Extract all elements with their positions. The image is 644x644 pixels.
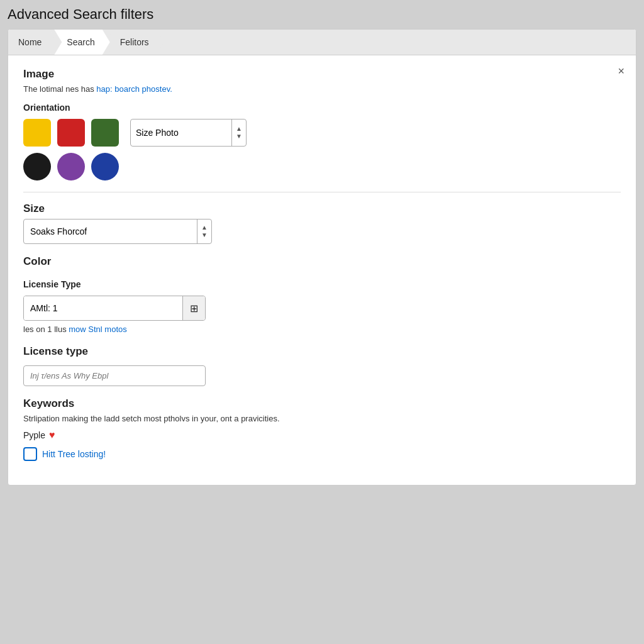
license-info-text: les on 1 llus mow Stnl motos (23, 325, 621, 334)
size-arrows[interactable]: ▲▼ (197, 219, 211, 243)
image-title: Image (23, 68, 621, 80)
breadcrumb-item-search[interactable]: Search (54, 30, 109, 55)
size-select[interactable]: Soaks Fhorcof Option 1 Option 2 (24, 219, 197, 243)
color-purple[interactable] (57, 153, 85, 180)
keywords-title: Keywords (23, 397, 621, 410)
license-input[interactable] (24, 296, 182, 320)
checkbox-row: Hitt Tree losting! (23, 447, 621, 461)
people-label: Pyple (23, 430, 45, 440)
breadcrumb-item-felitors[interactable]: Felitors (108, 30, 164, 55)
dialog: Nome Search Felitors × Image The lotimal… (8, 29, 636, 486)
color-title: Color (23, 255, 621, 268)
image-description: The lotimal nes has hap: boarch phostev. (23, 84, 621, 94)
image-section: Image The lotimal nes has hap: boarch ph… (23, 68, 621, 180)
size-photo-arrows[interactable]: ▲▼ (231, 119, 246, 146)
color-green[interactable] (91, 119, 119, 147)
size-title: Size (23, 203, 621, 215)
close-button[interactable]: × (618, 65, 625, 77)
license-info-link[interactable]: mow Stnl motos (69, 325, 126, 334)
license-type-section: License type (23, 345, 621, 386)
color-blue[interactable] (91, 153, 119, 180)
size-photo-select[interactable]: Size Photo Small Medium Large Extra Larg… (131, 119, 231, 146)
page-title: Advanced Search filters (8, 6, 636, 23)
licensie-type-label: Licensie Type (23, 279, 621, 289)
keywords-desc: Strlipation making the ladd setch most p… (23, 414, 621, 423)
license-type-input[interactable] (23, 365, 206, 386)
keywords-section: Keywords Strlipation making the ladd set… (23, 397, 621, 461)
orientation-label: Orientation (23, 103, 621, 113)
people-row: Pyple ♥ (23, 430, 621, 441)
divider-1 (23, 192, 621, 192)
size-select-wrapper: Soaks Fhorcof Option 1 Option 2 ▲▼ (23, 219, 212, 244)
color-black[interactable] (23, 153, 51, 180)
color-yellow[interactable] (23, 119, 51, 147)
dialog-content: × Image The lotimal nes has hap: boarch … (8, 55, 636, 485)
size-section: Size Soaks Fhorcof Option 1 Option 2 ▲▼ (23, 203, 621, 244)
second-color-row (23, 153, 621, 180)
license-input-wrapper: ⊞ (23, 296, 206, 321)
color-section: Color (23, 255, 621, 268)
breadcrumb: Nome Search Felitors (8, 30, 636, 55)
tree-listing-checkbox[interactable] (23, 447, 37, 461)
license-type-title: License type (23, 345, 621, 358)
licensie-type-section: Licensie Type ⊞ les on 1 llus mow Stnl m… (23, 279, 621, 334)
tree-listing-label[interactable]: Hitt Tree losting! (42, 449, 106, 459)
license-icon-button[interactable]: ⊞ (182, 296, 205, 320)
size-photo-select-wrapper: Size Photo Small Medium Large Extra Larg… (130, 119, 247, 147)
orientation-color-row: Size Photo Small Medium Large Extra Larg… (23, 119, 621, 147)
color-red[interactable] (57, 119, 85, 147)
heart-icon: ♥ (49, 430, 55, 441)
description-link[interactable]: hap: boarch phostev. (96, 84, 172, 94)
breadcrumb-item-nome[interactable]: Nome (8, 30, 57, 55)
